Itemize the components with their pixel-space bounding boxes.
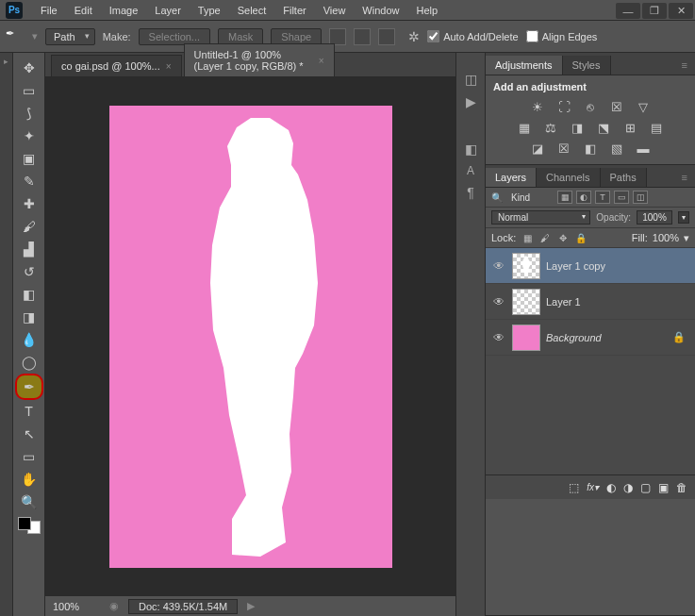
brightness-icon[interactable]: ☀: [527, 98, 548, 115]
marquee-tool[interactable]: ▭: [16, 79, 42, 102]
path-select-tool[interactable]: ↖: [16, 423, 42, 445]
crop-tool[interactable]: ▣: [16, 147, 42, 170]
menu-file[interactable]: File: [32, 2, 66, 19]
adjustment-icon[interactable]: ◑: [623, 481, 633, 494]
adjustments-tab[interactable]: Adjustments: [486, 56, 563, 75]
menu-filter[interactable]: Filter: [274, 2, 314, 19]
layer-name[interactable]: Layer 1: [546, 296, 689, 308]
document-tab[interactable]: Untitled-1 @ 100% (Layer 1 copy, RGB/8) …: [184, 43, 335, 76]
layer-name[interactable]: Background: [546, 332, 667, 343]
group-icon[interactable]: ▢: [640, 481, 651, 494]
info-icon[interactable]: ◉: [109, 600, 119, 612]
path-align-icon[interactable]: [354, 28, 371, 45]
canvas[interactable]: [109, 106, 392, 568]
shape-button[interactable]: Shape: [271, 28, 322, 45]
vibrance-icon[interactable]: ▽: [633, 98, 654, 115]
threshold-icon[interactable]: ◧: [580, 140, 601, 157]
move-tool[interactable]: ✥: [16, 57, 42, 79]
panel-menu-icon[interactable]: ≡: [674, 56, 695, 75]
lookup-icon[interactable]: ▤: [646, 119, 667, 136]
document-tab[interactable]: co gai.psd @ 100%...×: [51, 55, 182, 76]
type-tool[interactable]: T: [16, 400, 42, 423]
styles-tab[interactable]: Styles: [563, 56, 611, 75]
shape-tool[interactable]: ▭: [16, 445, 42, 468]
zoom-tool[interactable]: 🔍: [16, 491, 42, 513]
selective-icon[interactable]: ▧: [606, 140, 627, 157]
mask-icon[interactable]: ◐: [606, 481, 616, 494]
filter-kind-dropdown[interactable]: Kind: [506, 191, 554, 204]
opacity-stepper[interactable]: ▾: [678, 211, 689, 224]
panel-icon[interactable]: ◧: [465, 142, 477, 157]
layers-tab[interactable]: Layers: [486, 168, 537, 187]
balance-icon[interactable]: ⚖: [540, 119, 561, 136]
zoom-level[interactable]: 100%: [53, 601, 100, 612]
lock-position-icon[interactable]: ✥: [556, 231, 570, 244]
filter-shape-icon[interactable]: ▭: [614, 191, 629, 204]
menu-select[interactable]: Select: [229, 2, 275, 19]
layer-thumbnail[interactable]: [512, 289, 540, 315]
opacity-input[interactable]: 100%: [637, 210, 672, 225]
paths-tab[interactable]: Paths: [601, 168, 647, 187]
filter-smart-icon[interactable]: ◫: [633, 191, 648, 204]
visibility-icon[interactable]: 👁: [491, 331, 506, 344]
path-mode-dropdown[interactable]: Path: [45, 28, 95, 45]
curves-icon[interactable]: ⎋: [580, 98, 601, 115]
layer-thumbnail[interactable]: [512, 253, 540, 279]
photo-filter-icon[interactable]: ⬔: [593, 119, 614, 136]
fx-icon[interactable]: fx▾: [587, 482, 599, 492]
exposure-icon[interactable]: ☒: [606, 98, 627, 115]
trash-icon[interactable]: 🗑: [676, 481, 687, 494]
filter-adjust-icon[interactable]: ◐: [576, 191, 591, 204]
mixer-icon[interactable]: ⊞: [620, 119, 640, 136]
close-icon[interactable]: ×: [166, 61, 172, 72]
menu-layer[interactable]: Layer: [146, 2, 190, 19]
new-layer-icon[interactable]: ▣: [658, 481, 669, 494]
layer-row[interactable]: 👁 Layer 1: [486, 284, 695, 320]
layer-row[interactable]: 👁 Background 🔒: [486, 320, 695, 356]
fill-stepper[interactable]: ▾: [684, 232, 689, 244]
panel-icon[interactable]: ◫: [465, 72, 477, 87]
blur-tool[interactable]: 💧: [16, 328, 42, 351]
menu-help[interactable]: Help: [407, 2, 446, 19]
layer-row[interactable]: 👁 Layer 1 copy: [486, 248, 695, 284]
posterize-icon[interactable]: ☒: [554, 140, 574, 157]
close-icon[interactable]: ×: [319, 56, 324, 66]
filter-type-icon[interactable]: T: [595, 191, 610, 204]
visibility-icon[interactable]: 👁: [491, 295, 506, 308]
magic-wand-tool[interactable]: ✦: [16, 125, 42, 147]
menu-edit[interactable]: Edit: [66, 2, 101, 19]
hand-tool[interactable]: ✋: [16, 468, 42, 491]
history-brush-tool[interactable]: ↺: [16, 260, 42, 283]
panel-icon[interactable]: ▶: [466, 94, 476, 109]
pen-tool[interactable]: ✒: [15, 374, 43, 400]
layer-thumbnail[interactable]: [512, 325, 540, 351]
dodge-tool[interactable]: ◯: [16, 351, 42, 374]
path-op-icon[interactable]: [329, 28, 346, 45]
lock-all-icon[interactable]: 🔒: [574, 231, 587, 244]
visibility-icon[interactable]: 👁: [491, 259, 506, 273]
panel-icon[interactable]: ¶: [467, 185, 474, 200]
arrow-icon[interactable]: ▶: [247, 600, 255, 612]
invert-icon[interactable]: ◪: [527, 140, 548, 157]
panel-grip-icon[interactable]: ▸: [0, 57, 12, 66]
bw-icon[interactable]: ◨: [567, 119, 587, 136]
panel-menu-icon[interactable]: ≡: [674, 168, 695, 187]
align-edges-checkbox[interactable]: Align Edges: [526, 30, 598, 42]
channels-tab[interactable]: Channels: [537, 168, 600, 187]
auto-add-delete-checkbox[interactable]: Auto Add/Delete: [427, 30, 519, 42]
color-swatch[interactable]: [18, 517, 41, 534]
menu-view[interactable]: View: [315, 2, 355, 19]
menu-window[interactable]: Window: [354, 2, 407, 19]
path-arrange-icon[interactable]: [378, 28, 395, 45]
menu-type[interactable]: Type: [190, 2, 229, 19]
gradient-map-icon[interactable]: ▬: [633, 140, 654, 157]
minimize-button[interactable]: —: [616, 3, 640, 19]
hue-icon[interactable]: ▦: [514, 119, 535, 136]
canvas-area[interactable]: [45, 77, 455, 595]
filter-pixel-icon[interactable]: ▦: [557, 191, 572, 204]
healing-tool[interactable]: ✚: [16, 192, 42, 215]
close-button[interactable]: ✕: [669, 3, 693, 19]
panel-icon[interactable]: A: [467, 164, 474, 177]
mask-button[interactable]: Mask: [218, 28, 263, 45]
menu-image[interactable]: Image: [101, 2, 147, 19]
